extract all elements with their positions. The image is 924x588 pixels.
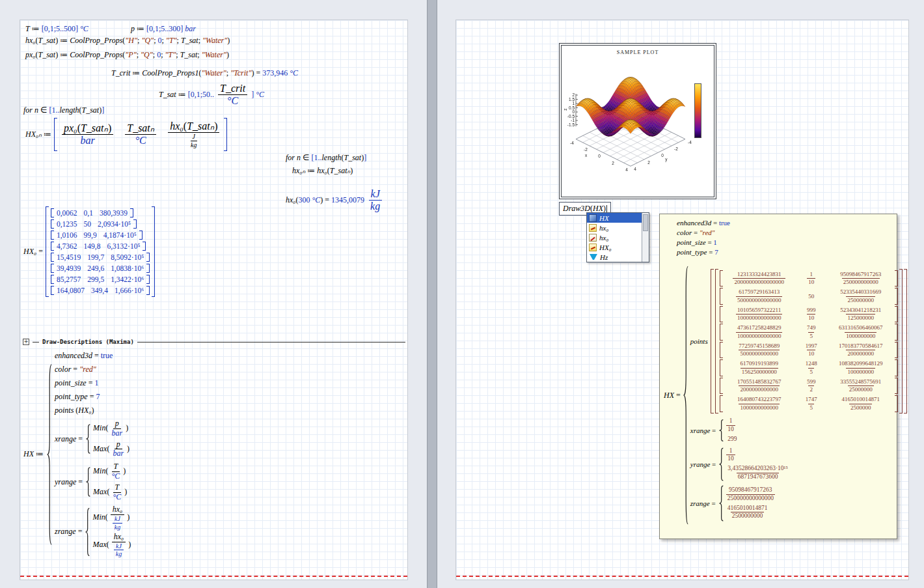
math-segment: °C	[254, 90, 264, 99]
range-brace	[85, 467, 90, 497]
math-segment: [1..	[311, 153, 321, 162]
math-segment: T_sat	[81, 105, 99, 115]
matrix-row: 12313332442383120000000000000000 110 950…	[720, 270, 898, 287]
tooltip-enhanced3d: enhanced3d = true	[677, 219, 730, 227]
math-segment: =	[674, 391, 681, 400]
math-segment: xrange	[690, 427, 711, 434]
matrix-cell: 110	[807, 271, 815, 287]
tooltip-xrange: xrange = 110299	[690, 417, 739, 443]
autocomplete-item-hx0-matrix[interactable]: HX₀	[587, 242, 642, 252]
scrollbar-thumb[interactable]	[643, 214, 648, 231]
draw-descriptions-separator[interactable]: + Draw-Descriptions (Maxima)	[23, 339, 405, 345]
math-segment: px₀	[64, 122, 77, 133]
expr-hx0-matrix-def[interactable]: HX₀ₙ ≔ px₀(T_satₙ) bar T_satₙ °C hx₀(T_s…	[25, 118, 227, 151]
autocomplete-item-hx0-var[interactable]: hx₀	[587, 232, 642, 242]
autocomplete-item-label: hx₀	[599, 234, 608, 242]
math-segment: ₙ	[150, 122, 154, 133]
fraction-denominator: J kg	[185, 133, 202, 148]
tsat-over-degc-fraction: T_satₙ °C	[125, 122, 156, 147]
autocomplete-item-hx[interactable]: HX	[587, 213, 642, 223]
math-segment: T_sat	[330, 166, 347, 175]
xrange-label: xrange =	[690, 427, 716, 434]
math-segment: =	[692, 229, 700, 236]
matrix-cell: 2,0934·10⁵	[98, 220, 131, 228]
collapse-toggle-icon[interactable]: +	[23, 339, 29, 345]
expr-px0-def[interactable]: px₀(T_sat) ≔ CoolProp_Props("P"; "Q"; 0;…	[25, 50, 229, 60]
worksheet-page-right[interactable]: SAMPLE PLOT Draw3D(HX) HX hx₀ hx₀	[455, 20, 909, 580]
math-segment: ) ≔	[55, 36, 70, 45]
expr-tcrit[interactable]: T_crit ≔ CoolProp_Props1("Water"; "Tcrit…	[111, 68, 298, 78]
math-segment: T_crit	[111, 68, 130, 77]
matrix-cell: 4,1874·10⁵	[103, 231, 137, 239]
math-segment: =	[36, 247, 43, 256]
page-break-line	[456, 576, 908, 577]
math-segment: [1..	[49, 105, 59, 115]
zrange-label: zrange =	[690, 499, 716, 507]
matrix-cell: 50	[807, 293, 815, 300]
matrix-cell: 12485	[804, 360, 819, 376]
worksheet-page-left[interactable]: T ≔ [0,1;5..500] °C p ≔ [0,1;5..300] bar…	[20, 20, 408, 580]
math-segment: ]	[102, 105, 104, 115]
matrix-row: 101056597322211100000000000000 99910 523…	[720, 306, 898, 323]
pencil-icon	[589, 234, 597, 242]
math-segment: 300	[299, 195, 310, 204]
math-segment: point_type	[677, 248, 707, 256]
matrix-hx0-output[interactable]: HX₀ = 0,0062 0,1 380,3939 0,1235 50 2,09…	[23, 206, 155, 297]
math-segment: =	[87, 378, 95, 387]
math-segment: =	[71, 365, 79, 374]
expr-hx300-result[interactable]: hx₀(300 °C) = 1345,0079 kJ kg	[286, 188, 383, 213]
matrix-cell: 1,0838·10⁶	[111, 264, 144, 272]
matrix-cell: 8,5092·10⁵	[111, 253, 144, 261]
expr-hxn-assign[interactable]: hx₀ₙ ≔ hx₀(T_satₙ)	[292, 166, 353, 176]
math-segment: HX	[23, 449, 34, 458]
math-segment: HX₀	[25, 130, 38, 139]
autocomplete-item-hz[interactable]: Hz	[587, 252, 642, 262]
math-segment: =	[76, 434, 83, 443]
math-segment: zrange	[690, 499, 710, 507]
sys-point-size: point_size = 1	[55, 378, 98, 388]
matrix-row: 1,0106 99,9 4,1874·10⁵	[51, 231, 143, 240]
for-loop-1[interactable]: for n ∈ [1..length(T_sat)]	[23, 105, 104, 115]
math-segment: "P"	[125, 50, 136, 59]
hx-system-def[interactable]: HX ≔ enhanced3d = true color = "red" poi…	[23, 351, 131, 558]
expr-t-range[interactable]: T ≔ [0,1;5..500] °C	[25, 24, 88, 34]
math-segment: =	[710, 427, 716, 434]
math-segment: "H"	[125, 36, 137, 45]
matrix-cell: 772597451586895000000000000	[737, 343, 781, 358]
tooltip-point-type: point_type = 7	[677, 248, 730, 256]
sys-points: points (HX₀)	[55, 406, 94, 415]
matrix-row-stack: 0,0062 0,1 380,3939 0,1235 50 2,0934·10⁵…	[50, 206, 150, 297]
autocomplete-item-hx0-func[interactable]: hx₀	[587, 223, 642, 232]
math-segment: T_sat	[180, 50, 198, 59]
for-loop-2[interactable]: for n ∈ [1..length(T_sat)]	[286, 153, 366, 163]
expr-hx0-def[interactable]: hx₀(T_sat) ≔ CoolProp_Props("H"; "Q"; 0;…	[25, 36, 230, 46]
text-caret	[606, 205, 607, 213]
math-segment: )	[350, 166, 353, 175]
math-segment: HX	[593, 204, 603, 213]
fraction-denominator: °C	[133, 135, 148, 147]
math-segment: px₀	[25, 50, 36, 59]
math-segment: °C	[78, 24, 88, 33]
assistance-tooltip: enhanced3d = true color = "red" point_si…	[659, 214, 897, 539]
matrix-cell: 199710	[804, 343, 819, 358]
math-segment: "Q"	[141, 36, 154, 45]
math-segment: ]	[364, 153, 366, 162]
math-segment: yrange	[690, 460, 711, 468]
matrix-row: 0,1235 50 2,0934·10⁵	[51, 219, 137, 229]
plot-region[interactable]: SAMPLE PLOT	[559, 43, 716, 199]
separator-line	[137, 342, 405, 343]
math-segment: "Water"	[202, 50, 226, 59]
fraction-numerator: hx₀(T_satₙ)	[168, 120, 219, 133]
tooltip-yrange: yrange = 1103,43528664203263·10¹⁵6871947…	[690, 447, 789, 482]
autocomplete-dropdown[interactable]: HX hx₀ hx₀ HX₀ Hz	[586, 212, 649, 262]
expr-tsat[interactable]: T_sat ≔ [0,1;50.. T_crit °C ] °C	[159, 83, 264, 107]
math-segment: hx₀	[292, 166, 303, 175]
expr-p-range[interactable]: p ≔ [0,1;5..300] bar	[131, 24, 196, 34]
kj-per-kg-unit-fraction: kJ kg	[368, 188, 382, 213]
math-segment: ) =	[251, 68, 262, 77]
math-segment: )	[227, 36, 230, 45]
dropdown-scrollbar[interactable]	[642, 213, 649, 262]
matrix-cell: 12313332442383120000000000000000	[733, 271, 785, 287]
math-segment: ∈	[301, 153, 311, 162]
matrix-row: 772597451586895000000000000 199710 17018…	[720, 342, 898, 359]
